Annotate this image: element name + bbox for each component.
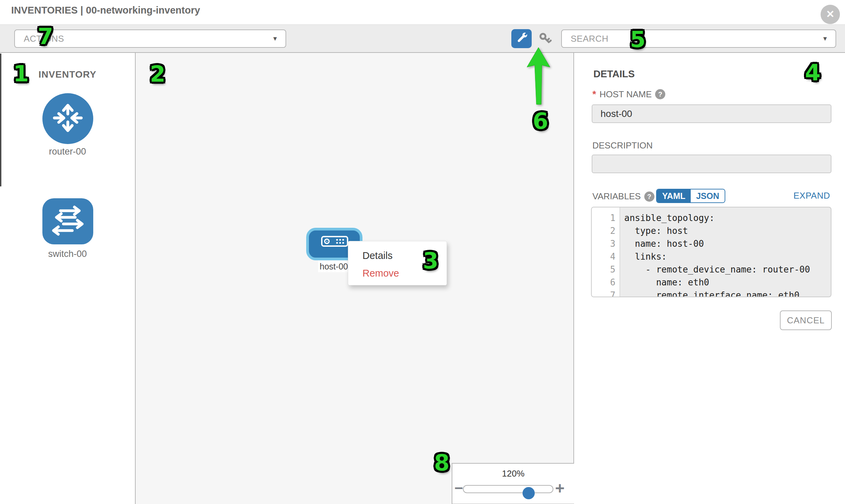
variables-label: VARIABLES — [592, 191, 641, 202]
expand-link[interactable]: EXPAND — [793, 191, 830, 201]
help-icon[interactable]: ? — [655, 89, 665, 99]
zoom-in-button[interactable]: + — [555, 479, 565, 498]
topology-canvas[interactable]: host-00 Details Remove 120% − + — [136, 53, 574, 504]
help-icon[interactable]: ? — [644, 192, 654, 202]
zoom-control-panel: 120% − + — [452, 463, 574, 504]
annotation-arrow-6 — [521, 45, 558, 106]
sidebar-scrollbar[interactable] — [0, 54, 1, 186]
breadcrumb-title: INVENTORIES | 00-networking-inventory — [11, 5, 200, 16]
annotation-number-6: 6 — [527, 109, 554, 133]
cancel-button[interactable]: CANCEL — [780, 310, 832, 330]
inventory-sidebar: INVENTORY router-00 — [0, 53, 136, 504]
header-bar: INVENTORIES | 00-networking-inventory ✕ — [0, 0, 845, 24]
description-field[interactable] — [592, 155, 831, 173]
description-label: DESCRIPTION — [592, 140, 653, 151]
code-line: 6 name: eth0 — [592, 276, 831, 289]
variables-code-editor[interactable]: 1ansible_topology: 2 type: host 3 name: … — [591, 207, 831, 297]
code-line: 5 - remote_device_name: router-00 — [592, 263, 831, 276]
sidebar-item-switch[interactable] — [42, 198, 93, 245]
sidebar-item-label: router-00 — [0, 146, 135, 157]
annotation-number-3: 3 — [417, 249, 444, 273]
host-name-field[interactable] — [592, 104, 831, 123]
details-panel: DETAILS * HOST NAME ? DESCRIPTION VARIAB… — [575, 53, 845, 504]
code-line: 4 links: — [592, 250, 831, 263]
close-icon[interactable]: ✕ — [821, 5, 840, 24]
variables-label-row: VARIABLES ? — [592, 191, 654, 202]
code-line: 1ansible_topology: — [592, 212, 831, 224]
code-line: 2 type: host — [592, 224, 831, 237]
annotation-number-1: 1 — [7, 62, 35, 86]
switch-icon — [50, 203, 86, 240]
required-asterisk: * — [592, 89, 596, 100]
annotation-number-2: 2 — [144, 62, 171, 86]
host-name-label: HOST NAME — [599, 89, 652, 100]
host-name-label-row: * HOST NAME ? — [592, 89, 665, 100]
search-input[interactable]: SEARCH — [571, 34, 608, 44]
host-node-label: host-00 — [318, 260, 350, 272]
annotation-number-8: 8 — [428, 451, 455, 475]
app-window: INVENTORIES | 00-networking-inventory ✕ … — [0, 0, 845, 504]
tab-yaml[interactable]: YAML — [657, 190, 691, 202]
sidebar-item-label: switch-00 — [0, 249, 135, 259]
annotation-number-7: 7 — [32, 24, 59, 49]
router-icon — [49, 99, 87, 138]
zoom-slider-thumb[interactable] — [523, 487, 535, 499]
variables-format-toggle: YAML JSON — [656, 189, 725, 203]
details-heading: DETAILS — [593, 69, 635, 80]
annotation-number-5: 5 — [624, 28, 651, 52]
tab-json[interactable]: JSON — [691, 190, 725, 202]
zoom-slider-track[interactable] — [463, 485, 553, 493]
code-line: 3 name: host-00 — [592, 237, 831, 250]
wrench-icon — [515, 32, 528, 46]
search-dropdown[interactable]: SEARCH ▼ — [561, 30, 836, 48]
sidebar-item-router[interactable] — [42, 93, 93, 144]
host-server-icon — [321, 236, 348, 248]
zoom-out-button[interactable]: − — [454, 480, 463, 497]
chevron-down-icon: ▼ — [822, 35, 828, 42]
chevron-down-icon: ▼ — [272, 35, 278, 42]
editor-lines: 1ansible_topology: 2 type: host 3 name: … — [592, 212, 831, 297]
code-line: 7 remote_interface_name: eth0 — [592, 289, 831, 297]
zoom-level-readout: 120% — [452, 468, 574, 479]
toolbar: ACTIONS ▼ SEARCH ▼ — [0, 24, 845, 53]
annotation-number-4: 4 — [799, 61, 826, 85]
description-label-row: DESCRIPTION — [592, 140, 653, 151]
